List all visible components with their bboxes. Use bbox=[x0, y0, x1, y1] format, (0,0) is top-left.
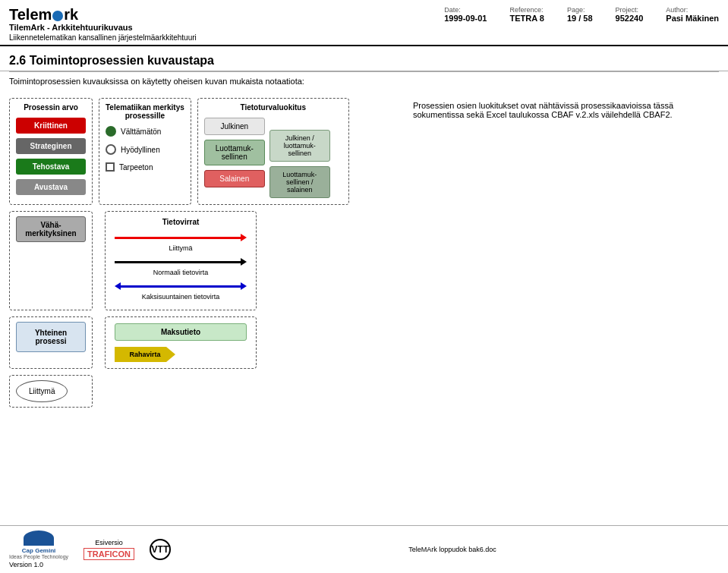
logo-area: Telemrk TilemArk - Arkkitehtuurikuvaus L… bbox=[9, 6, 197, 42]
vahamerkityksinen-group: Vähä-merkityksinen bbox=[9, 211, 93, 310]
liittyma-label: Liittymä bbox=[115, 244, 247, 252]
page-label: Page: bbox=[567, 6, 593, 14]
meta-author: Author: Pasi Mäkinen bbox=[666, 6, 719, 23]
rahavirta-shape: Rahavirta bbox=[115, 347, 175, 362]
arrow-normaali bbox=[115, 258, 247, 266]
info-text: Prosessien osien luokitukset ovat nähtäv… bbox=[413, 98, 719, 414]
capgemini-logo: Cap Gemini Ideas People Technology bbox=[9, 530, 68, 559]
telematiikan-title: Telematiikan merkitysprosessille bbox=[106, 103, 184, 120]
box-avustava: Avustava bbox=[16, 179, 86, 195]
footer-version: Cap Gemini Ideas People Technology Versi… bbox=[9, 530, 68, 568]
tietoturva-title: Tietoturvaluokitus bbox=[204, 103, 342, 112]
telematik-item-hyodyllinen: Hyödyllinen bbox=[106, 144, 184, 155]
date-label: Date: bbox=[444, 6, 487, 14]
author-label: Author: bbox=[666, 6, 719, 14]
capgemini-icon bbox=[24, 530, 54, 546]
footer-file: TeleMArk loppudok bak6.doc bbox=[186, 546, 719, 553]
info-line2: sokumentissa sekä Excel taulukossa CBAF … bbox=[413, 110, 673, 119]
box-tehostava: Tehostava bbox=[16, 159, 86, 175]
empty-circle-icon bbox=[106, 144, 116, 155]
company-logo: Telemrk bbox=[9, 6, 197, 23]
prosessin-arvo-title: Prosessin arvo bbox=[16, 103, 86, 112]
maksutieto-box: Maksutieto bbox=[115, 323, 247, 341]
diagram-bottom-row: Vähä-merkityksinen Tietovirrat Liittymä bbox=[9, 211, 404, 310]
telematiikan-group: Telematiikan merkitysprosessille Välttäm… bbox=[99, 98, 191, 205]
diagram-fourth-row: Liittymä bbox=[9, 375, 404, 408]
prosessin-arvo-group: Prosessin arvo Kriittinen Strateginen Te… bbox=[9, 98, 93, 205]
tv-luottamuksellinen: Luottamuk-sellinen bbox=[204, 140, 265, 165]
yhteinen-group: Yhteinenprosessi bbox=[9, 316, 93, 369]
hyodyllinen-label: Hyödyllinen bbox=[121, 146, 160, 154]
telematik-item-tarpeeton: Tarpeeton bbox=[106, 162, 184, 172]
box-liittyma: Liittymä bbox=[16, 380, 68, 402]
project-label: Project: bbox=[616, 6, 644, 14]
page-value: 19 / 58 bbox=[567, 14, 593, 23]
footer-esiversio: Esiversio TRAFICON bbox=[84, 539, 134, 560]
reference-value: TETRA 8 bbox=[510, 14, 544, 23]
meta-date: Date: 1999-09-01 bbox=[444, 6, 487, 23]
vtt-logo: VTT bbox=[150, 539, 171, 560]
tietoturva-group: Tietoturvaluokitus Julkinen Luottamuk-se… bbox=[197, 98, 349, 205]
project-value: 952240 bbox=[616, 14, 644, 23]
maksutieto-group: Maksutieto Rahavirta bbox=[105, 316, 257, 369]
valttamaton-label: Välttämätön bbox=[121, 128, 161, 136]
company-name: TilemArk - Arkkitehtuurikuvaus bbox=[9, 23, 197, 32]
telematik-item-valttamaton: Välttämätön bbox=[106, 126, 184, 137]
box-kriittinen: Kriittinen bbox=[16, 118, 86, 134]
diagram-third-row: Yhteinenprosessi Maksutieto Rahavirta bbox=[9, 316, 404, 369]
page-footer: Cap Gemini Ideas People Technology Versi… bbox=[0, 525, 728, 573]
box-strateginen: Strateginen bbox=[16, 138, 86, 154]
author-value: Pasi Mäkinen bbox=[666, 14, 719, 23]
info-line1: Prosessien osien luokitukset ovat nähtäv… bbox=[413, 101, 673, 110]
filled-circle-icon bbox=[106, 126, 116, 137]
meta-reference: Reference: TETRA 8 bbox=[510, 6, 544, 23]
diagram-area: Prosessin arvo Kriittinen Strateginen Te… bbox=[9, 98, 404, 414]
page-header: Telemrk TilemArk - Arkkitehtuurikuvaus L… bbox=[0, 0, 728, 46]
section-intro: Toimintoprosessien kuvauksissa on käytet… bbox=[0, 72, 728, 92]
normaali-label: Normaali tietovirta bbox=[115, 269, 247, 276]
box-yhteinen: Yhteinenprosessi bbox=[16, 322, 86, 352]
box-vahamerkityksinen: Vähä-merkityksinen bbox=[16, 216, 86, 242]
section-title: 2.6 Toimintoprosessien kuvaustapa bbox=[0, 46, 728, 71]
kaksisuuntainen-label: Kaksisuuntainen tietovirta bbox=[115, 293, 247, 301]
header-meta: Date: 1999-09-01 Reference: TETRA 8 Page… bbox=[197, 6, 719, 23]
version-label: Version 1.0 bbox=[9, 561, 68, 568]
logo-mark-icon bbox=[52, 11, 63, 21]
tv-julkinen: Julkinen bbox=[204, 118, 265, 135]
liittyma-oval-group: Liittymä bbox=[9, 375, 93, 408]
main-content: Prosessin arvo Kriittinen Strateginen Te… bbox=[0, 92, 728, 420]
company-subtitle: Liikennetelematikan kansallinen järjeste… bbox=[9, 33, 197, 42]
tv-salainen: Salainen bbox=[204, 170, 265, 187]
reference-label: Reference: bbox=[510, 6, 544, 14]
tv-luottamuksellinen-sal: Luottamuk-sellinen /salainen bbox=[269, 166, 330, 198]
arrow-kaksisuuntainen bbox=[115, 282, 247, 290]
diagram-top-row: Prosessin arvo Kriittinen Strateginen Te… bbox=[9, 98, 404, 205]
meta-project: Project: 952240 bbox=[616, 6, 644, 23]
tietovirrat-title: Tietovirrat bbox=[115, 218, 247, 226]
arrow-liittyma bbox=[115, 234, 247, 241]
tietovirrat-group: Tietovirrat Liittymä bbox=[105, 211, 257, 310]
date-value: 1999-09-01 bbox=[444, 14, 487, 23]
meta-page: Page: 19 / 58 bbox=[567, 6, 593, 23]
tv-julkinen-luo: Julkinen /luottamuk-sellinen bbox=[269, 130, 330, 162]
empty-square-icon bbox=[106, 162, 115, 172]
traficon-logo: TRAFICON bbox=[84, 548, 134, 560]
tarpeeton-label: Tarpeeton bbox=[119, 163, 153, 172]
